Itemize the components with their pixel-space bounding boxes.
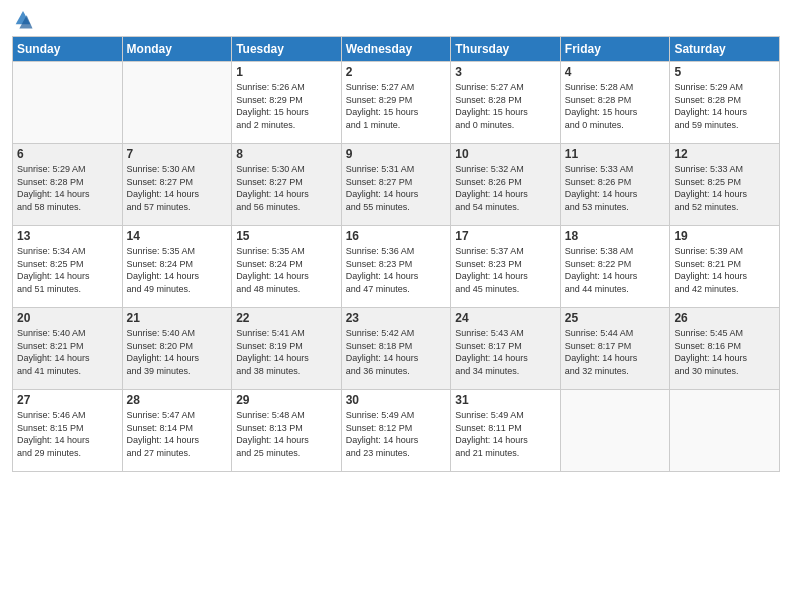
day-info: Sunrise: 5:42 AMSunset: 8:18 PMDaylight:… [346,327,447,377]
day-info: Sunrise: 5:35 AMSunset: 8:24 PMDaylight:… [127,245,228,295]
calendar-cell: 18Sunrise: 5:38 AMSunset: 8:22 PMDayligh… [560,226,670,308]
calendar-header-row: SundayMondayTuesdayWednesdayThursdayFrid… [13,37,780,62]
calendar-week-row: 1Sunrise: 5:26 AMSunset: 8:29 PMDaylight… [13,62,780,144]
weekday-header-thursday: Thursday [451,37,561,62]
calendar-cell: 23Sunrise: 5:42 AMSunset: 8:18 PMDayligh… [341,308,451,390]
day-info: Sunrise: 5:30 AMSunset: 8:27 PMDaylight:… [127,163,228,213]
calendar-week-row: 27Sunrise: 5:46 AMSunset: 8:15 PMDayligh… [13,390,780,472]
day-info: Sunrise: 5:39 AMSunset: 8:21 PMDaylight:… [674,245,775,295]
day-number: 8 [236,147,337,161]
calendar-cell: 14Sunrise: 5:35 AMSunset: 8:24 PMDayligh… [122,226,232,308]
calendar-cell: 13Sunrise: 5:34 AMSunset: 8:25 PMDayligh… [13,226,123,308]
calendar-cell: 1Sunrise: 5:26 AMSunset: 8:29 PMDaylight… [232,62,342,144]
day-info: Sunrise: 5:29 AMSunset: 8:28 PMDaylight:… [674,81,775,131]
day-info: Sunrise: 5:47 AMSunset: 8:14 PMDaylight:… [127,409,228,459]
calendar-cell: 20Sunrise: 5:40 AMSunset: 8:21 PMDayligh… [13,308,123,390]
page-header [12,10,780,30]
calendar-cell: 8Sunrise: 5:30 AMSunset: 8:27 PMDaylight… [232,144,342,226]
calendar-cell: 30Sunrise: 5:49 AMSunset: 8:12 PMDayligh… [341,390,451,472]
day-info: Sunrise: 5:36 AMSunset: 8:23 PMDaylight:… [346,245,447,295]
day-number: 14 [127,229,228,243]
day-number: 31 [455,393,556,407]
calendar-cell: 29Sunrise: 5:48 AMSunset: 8:13 PMDayligh… [232,390,342,472]
day-info: Sunrise: 5:27 AMSunset: 8:29 PMDaylight:… [346,81,447,131]
day-number: 28 [127,393,228,407]
day-number: 1 [236,65,337,79]
day-number: 26 [674,311,775,325]
calendar-cell: 17Sunrise: 5:37 AMSunset: 8:23 PMDayligh… [451,226,561,308]
day-number: 25 [565,311,666,325]
calendar-cell: 6Sunrise: 5:29 AMSunset: 8:28 PMDaylight… [13,144,123,226]
day-number: 3 [455,65,556,79]
calendar-cell: 25Sunrise: 5:44 AMSunset: 8:17 PMDayligh… [560,308,670,390]
calendar-table: SundayMondayTuesdayWednesdayThursdayFrid… [12,36,780,472]
calendar-cell: 26Sunrise: 5:45 AMSunset: 8:16 PMDayligh… [670,308,780,390]
day-info: Sunrise: 5:43 AMSunset: 8:17 PMDaylight:… [455,327,556,377]
calendar-cell: 5Sunrise: 5:29 AMSunset: 8:28 PMDaylight… [670,62,780,144]
calendar-cell: 4Sunrise: 5:28 AMSunset: 8:28 PMDaylight… [560,62,670,144]
day-info: Sunrise: 5:37 AMSunset: 8:23 PMDaylight:… [455,245,556,295]
weekday-header-monday: Monday [122,37,232,62]
calendar-cell: 27Sunrise: 5:46 AMSunset: 8:15 PMDayligh… [13,390,123,472]
calendar-cell: 3Sunrise: 5:27 AMSunset: 8:28 PMDaylight… [451,62,561,144]
day-number: 22 [236,311,337,325]
calendar-cell: 31Sunrise: 5:49 AMSunset: 8:11 PMDayligh… [451,390,561,472]
calendar-cell: 19Sunrise: 5:39 AMSunset: 8:21 PMDayligh… [670,226,780,308]
day-info: Sunrise: 5:26 AMSunset: 8:29 PMDaylight:… [236,81,337,131]
calendar-cell: 7Sunrise: 5:30 AMSunset: 8:27 PMDaylight… [122,144,232,226]
logo [12,10,38,30]
day-info: Sunrise: 5:35 AMSunset: 8:24 PMDaylight:… [236,245,337,295]
calendar-week-row: 13Sunrise: 5:34 AMSunset: 8:25 PMDayligh… [13,226,780,308]
calendar-cell: 15Sunrise: 5:35 AMSunset: 8:24 PMDayligh… [232,226,342,308]
calendar-cell: 21Sunrise: 5:40 AMSunset: 8:20 PMDayligh… [122,308,232,390]
day-info: Sunrise: 5:45 AMSunset: 8:16 PMDaylight:… [674,327,775,377]
day-info: Sunrise: 5:48 AMSunset: 8:13 PMDaylight:… [236,409,337,459]
day-number: 10 [455,147,556,161]
calendar-cell [13,62,123,144]
day-number: 24 [455,311,556,325]
day-number: 11 [565,147,666,161]
weekday-header-saturday: Saturday [670,37,780,62]
day-number: 13 [17,229,118,243]
day-number: 19 [674,229,775,243]
day-info: Sunrise: 5:40 AMSunset: 8:20 PMDaylight:… [127,327,228,377]
day-number: 12 [674,147,775,161]
calendar-week-row: 6Sunrise: 5:29 AMSunset: 8:28 PMDaylight… [13,144,780,226]
day-info: Sunrise: 5:32 AMSunset: 8:26 PMDaylight:… [455,163,556,213]
day-info: Sunrise: 5:33 AMSunset: 8:25 PMDaylight:… [674,163,775,213]
day-number: 21 [127,311,228,325]
calendar-cell [122,62,232,144]
logo-icon [12,8,34,30]
day-info: Sunrise: 5:30 AMSunset: 8:27 PMDaylight:… [236,163,337,213]
day-info: Sunrise: 5:49 AMSunset: 8:11 PMDaylight:… [455,409,556,459]
day-number: 17 [455,229,556,243]
day-info: Sunrise: 5:38 AMSunset: 8:22 PMDaylight:… [565,245,666,295]
weekday-header-wednesday: Wednesday [341,37,451,62]
day-info: Sunrise: 5:28 AMSunset: 8:28 PMDaylight:… [565,81,666,131]
day-info: Sunrise: 5:31 AMSunset: 8:27 PMDaylight:… [346,163,447,213]
weekday-header-friday: Friday [560,37,670,62]
calendar-week-row: 20Sunrise: 5:40 AMSunset: 8:21 PMDayligh… [13,308,780,390]
day-number: 9 [346,147,447,161]
weekday-header-sunday: Sunday [13,37,123,62]
weekday-header-tuesday: Tuesday [232,37,342,62]
calendar-cell: 24Sunrise: 5:43 AMSunset: 8:17 PMDayligh… [451,308,561,390]
day-number: 15 [236,229,337,243]
day-info: Sunrise: 5:40 AMSunset: 8:21 PMDaylight:… [17,327,118,377]
day-info: Sunrise: 5:34 AMSunset: 8:25 PMDaylight:… [17,245,118,295]
day-number: 29 [236,393,337,407]
day-number: 2 [346,65,447,79]
day-number: 18 [565,229,666,243]
day-number: 4 [565,65,666,79]
calendar-cell: 12Sunrise: 5:33 AMSunset: 8:25 PMDayligh… [670,144,780,226]
calendar-cell [670,390,780,472]
day-number: 30 [346,393,447,407]
day-number: 6 [17,147,118,161]
day-info: Sunrise: 5:33 AMSunset: 8:26 PMDaylight:… [565,163,666,213]
day-info: Sunrise: 5:27 AMSunset: 8:28 PMDaylight:… [455,81,556,131]
day-number: 16 [346,229,447,243]
day-info: Sunrise: 5:41 AMSunset: 8:19 PMDaylight:… [236,327,337,377]
day-info: Sunrise: 5:49 AMSunset: 8:12 PMDaylight:… [346,409,447,459]
calendar-cell: 10Sunrise: 5:32 AMSunset: 8:26 PMDayligh… [451,144,561,226]
day-info: Sunrise: 5:46 AMSunset: 8:15 PMDaylight:… [17,409,118,459]
